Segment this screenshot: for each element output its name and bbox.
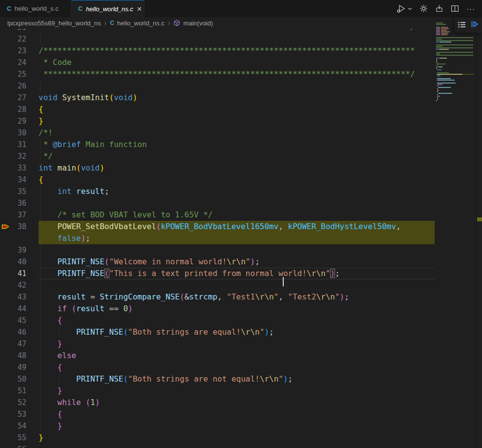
breakpoint-margin[interactable] <box>0 420 12 432</box>
breadcrumb-project[interactable]: lpcxpresso55s69_hello_world_ns <box>7 20 101 27</box>
line-number[interactable]: 48 <box>12 350 26 362</box>
code-text[interactable]: { <box>39 408 435 420</box>
code-text[interactable]: if (result == 0) <box>39 303 435 315</box>
code-text[interactable]: void SystemInit(void) <box>39 92 435 104</box>
breakpoint-margin[interactable] <box>0 350 12 362</box>
breadcrumb-file[interactable]: hello_world_ns.c <box>117 20 165 27</box>
editor-pane[interactable]: 21 *************************************… <box>0 29 482 448</box>
breakpoint-margin[interactable] <box>0 279 12 291</box>
debug-run-button[interactable] <box>397 4 412 13</box>
breakpoint-margin[interactable] <box>0 68 12 80</box>
code-text[interactable]: PRINTF_NSE("Both strings are equal!\r\n"… <box>39 326 435 338</box>
line-number[interactable]: 41 <box>12 268 26 279</box>
line-number[interactable]: 31 <box>12 139 26 150</box>
line-number[interactable]: 53 <box>12 408 26 420</box>
line-number[interactable]: 37 <box>12 209 26 221</box>
code-text[interactable]: int main(void) <box>39 162 435 174</box>
code-text[interactable]: else <box>39 350 435 362</box>
breakpoint-margin[interactable] <box>0 92 12 104</box>
code-text[interactable]: * @brief Main function <box>39 139 435 150</box>
code-text[interactable]: } <box>39 420 435 432</box>
code-text[interactable]: { <box>39 362 435 373</box>
breakpoint-margin[interactable] <box>0 397 12 408</box>
run-bar-button[interactable] <box>471 21 479 30</box>
settings-button[interactable] <box>419 4 428 13</box>
line-number[interactable]: 38 <box>12 221 26 233</box>
code-text[interactable]: } <box>39 385 435 397</box>
line-number[interactable]: 39 <box>12 244 26 256</box>
line-number[interactable]: 36 <box>12 197 26 209</box>
breakpoint-margin[interactable] <box>0 57 12 68</box>
line-number[interactable]: 42 <box>12 279 26 291</box>
breakpoint-margin[interactable] <box>0 373 12 385</box>
breakpoint-margin[interactable] <box>0 80 12 92</box>
code-text[interactable]: { <box>39 315 435 326</box>
code-text[interactable]: PRINTF_NSE("This is a text printed from … <box>39 268 435 279</box>
line-number[interactable]: 30 <box>12 127 26 139</box>
line-number[interactable]: 33 <box>12 162 26 174</box>
line-number[interactable]: 24 <box>12 57 26 68</box>
code-text[interactable]: ****************************************… <box>39 68 435 80</box>
line-number[interactable]: 32 <box>12 150 26 162</box>
line-number[interactable]: 22 <box>12 33 26 45</box>
breakpoint-margin[interactable] <box>0 127 12 139</box>
scrollbar[interactable] <box>477 29 482 448</box>
code-text[interactable] <box>39 197 435 209</box>
code-text[interactable]: } <box>39 115 435 127</box>
code-text[interactable]: PRINTF_NSE("Welcome in normal world!\r\n… <box>39 256 435 268</box>
more-actions-button[interactable]: ··· <box>466 6 475 11</box>
code-text[interactable]: { <box>39 174 435 186</box>
line-number[interactable]: 26 <box>12 80 26 92</box>
line-number[interactable]: 44 <box>12 303 26 315</box>
breakpoint-margin[interactable] <box>0 256 12 268</box>
close-tab-icon[interactable]: ✕ <box>137 4 142 13</box>
breakpoint-margin[interactable] <box>0 209 12 221</box>
tab-hello-world-s[interactable]: C hello_world_s.c <box>0 0 71 17</box>
code-text[interactable]: /* set BOD VBAT level to 1.65V */ <box>39 209 435 221</box>
code-text[interactable]: ****************************************… <box>39 29 435 33</box>
breakpoint-margin[interactable] <box>0 139 12 150</box>
line-number[interactable]: 21 <box>12 29 26 33</box>
code-text[interactable]: /***************************************… <box>39 45 435 57</box>
breakpoint-margin[interactable] <box>0 338 12 350</box>
code-text[interactable] <box>39 244 435 256</box>
breakpoint-margin[interactable] <box>0 162 12 174</box>
breakpoint-margin[interactable] <box>0 33 12 45</box>
breakpoint-margin[interactable] <box>0 444 12 448</box>
breakpoint-margin[interactable] <box>0 385 12 397</box>
line-number[interactable]: 25 <box>12 68 26 80</box>
minimap[interactable] <box>436 22 475 102</box>
split-editor-button[interactable] <box>451 4 459 13</box>
breakpoint-margin[interactable] <box>0 268 12 279</box>
line-number[interactable]: 50 <box>12 373 26 385</box>
line-number[interactable]: 27 <box>12 92 26 104</box>
code-text[interactable] <box>39 80 435 92</box>
line-number[interactable] <box>12 233 26 244</box>
code-text[interactable]: while (1) <box>39 397 435 408</box>
code-text[interactable]: result = StringCompare_NSE(&strcmp, "Tes… <box>39 291 435 303</box>
line-number[interactable]: 34 <box>12 174 26 186</box>
code-text[interactable]: * Code <box>39 57 435 68</box>
breakpoint-margin[interactable] <box>0 362 12 373</box>
breakpoint-margin[interactable] <box>0 326 12 338</box>
line-number[interactable]: 45 <box>12 315 26 326</box>
breakpoint-margin[interactable] <box>0 432 12 444</box>
line-number[interactable]: 28 <box>12 104 26 115</box>
tab-hello-world-ns[interactable]: C hello_world_ns.c ✕ <box>71 0 145 17</box>
line-number[interactable]: 43 <box>12 291 26 303</box>
breakpoint-margin[interactable] <box>0 197 12 209</box>
code-text[interactable]: false); <box>39 233 435 244</box>
line-number[interactable]: 54 <box>12 420 26 432</box>
code-text[interactable]: int result; <box>39 186 435 197</box>
line-number[interactable]: 40 <box>12 256 26 268</box>
breakpoint-margin[interactable] <box>0 233 12 244</box>
breakpoint-margin[interactable] <box>0 291 12 303</box>
breakpoint-margin[interactable] <box>0 115 12 127</box>
breakpoint-margin[interactable] <box>0 45 12 57</box>
line-number[interactable]: 52 <box>12 397 26 408</box>
breakpoint-margin[interactable] <box>0 174 12 186</box>
code-text[interactable]: PRINTF_NSE("Both strings are not equal!\… <box>39 373 435 385</box>
code-text[interactable]: */ <box>39 150 435 162</box>
breakpoint-margin[interactable] <box>0 29 12 33</box>
code-text[interactable] <box>39 33 435 45</box>
